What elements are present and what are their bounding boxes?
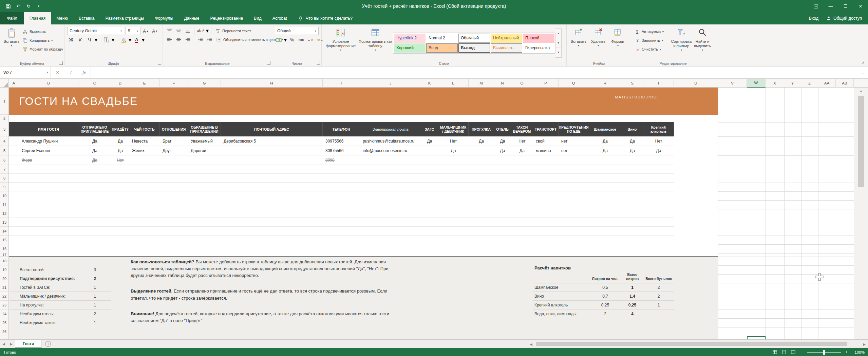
table-header-cell[interactable]: ТЕЛЕФОН: [323, 122, 360, 136]
row-header-24[interactable]: 24: [0, 310, 9, 318]
guest-cell[interactable]: Нет: [511, 136, 533, 146]
guest-cell[interactable]: Да: [511, 146, 533, 155]
column-header-M[interactable]: M: [469, 79, 494, 88]
table-header-cell[interactable]: ЗАГС: [421, 122, 438, 136]
guest-cell[interactable]: Да: [469, 136, 494, 146]
row-header-6[interactable]: 6: [0, 155, 9, 165]
cell-style-chip[interactable]: Обычный: [458, 34, 490, 43]
orientation-dropdown-icon[interactable]: ▾: [206, 27, 209, 34]
guest-cell[interactable]: Да: [438, 146, 469, 155]
guest-cell[interactable]: Да: [643, 146, 674, 155]
column-header-J[interactable]: J: [360, 79, 421, 88]
increase-decimal-button[interactable]: ←.0: [306, 36, 314, 44]
increase-indent-icon[interactable]: [206, 36, 213, 43]
summary-row[interactable]: Мальчишник / девичник:1: [10, 292, 111, 301]
normal-view-icon[interactable]: [772, 349, 778, 355]
column-header-R[interactable]: R: [589, 79, 621, 88]
row-header-1[interactable]: 1: [0, 88, 9, 115]
underline-dropdown-icon[interactable]: ▾: [95, 37, 97, 43]
new-sheet-button[interactable]: +: [45, 341, 51, 347]
table-header-cell[interactable]: Вино: [621, 122, 643, 136]
orientation-button[interactable]: ab↗: [197, 27, 205, 35]
ribbon-tab-5[interactable]: Формулы: [149, 12, 178, 24]
column-header-I[interactable]: I: [323, 79, 360, 88]
cell-style-chip[interactable]: Вычислен...: [491, 43, 522, 53]
guest-cell[interactable]: info@museum-esenin.ru: [360, 146, 421, 155]
gallery-down-icon[interactable]: ▼: [555, 38, 561, 48]
row-header-14[interactable]: 14: [0, 227, 9, 236]
table-header-cell[interactable]: ОТНОШЕНИЯ: [160, 122, 188, 136]
guest-cell[interactable]: Да: [621, 146, 643, 155]
wrap-text-button[interactable]: Перенести текст: [214, 27, 252, 35]
select-all-corner[interactable]: [0, 79, 9, 88]
guest-cell[interactable]: Нет: [643, 136, 674, 146]
cancel-entry-icon[interactable]: ✕: [56, 70, 59, 75]
column-header-K[interactable]: K: [421, 79, 438, 88]
banner-merged-cell[interactable]: ГОСТИ НА СВАДЬБЕMATISSTUDIO.PRO: [9, 88, 718, 115]
table-header-cell[interactable]: ЧЕЙ ГОСТЬ: [129, 122, 160, 136]
align-bottom-icon[interactable]: [184, 27, 192, 35]
formula-input[interactable]: [91, 67, 858, 78]
number-dialog-launcher-icon[interactable]: [317, 61, 320, 65]
guest-cell[interactable]: Да: [78, 146, 111, 155]
redo-icon[interactable]: ↻: [26, 3, 31, 9]
row-header-27[interactable]: [0, 336, 9, 339]
empty-table-row[interactable]: [9, 236, 674, 244]
guest-cell[interactable]: Брат: [160, 136, 188, 146]
autosum-button[interactable]: ∑ Автосумма ▾: [633, 28, 671, 35]
cell-style-chip[interactable]: Ввод: [426, 43, 458, 53]
guest-cell[interactable]: Нет: [438, 136, 469, 146]
row-header-18[interactable]: 18: [0, 257, 9, 265]
row-header-9[interactable]: 9: [0, 183, 9, 191]
row-header-17[interactable]: 17: [0, 253, 9, 257]
guest-cell[interactable]: Дерибасовская 5: [221, 136, 323, 146]
share-button[interactable]: Общий доступ: [826, 16, 862, 21]
drinks-row[interactable]: Крепкий алкоголь0,250,251: [533, 301, 674, 310]
guest-cell[interactable]: Нет: [111, 155, 129, 165]
zoom-slider-thumb[interactable]: [823, 350, 825, 355]
row-header-11[interactable]: 11: [0, 200, 9, 209]
shrink-font-button[interactable]: А▼: [151, 27, 159, 35]
sheet-nav-right-icon[interactable]: ▶: [7, 342, 15, 346]
sort-filter-button[interactable]: Сортировка и фильтр ▾: [671, 26, 692, 60]
paste-button[interactable]: Вставить ▾: [2, 26, 21, 60]
scroll-left-icon[interactable]: ◀: [528, 342, 534, 346]
row-header-3[interactable]: 3: [0, 122, 9, 136]
zoom-in-button[interactable]: +: [844, 350, 848, 355]
align-right-icon[interactable]: [184, 36, 192, 43]
zoom-level[interactable]: 100%: [852, 350, 865, 354]
vertical-scrollbar[interactable]: ▲: [854, 88, 868, 339]
tell-me[interactable]: Что вы хотите сделать?: [293, 12, 358, 24]
empty-table-row[interactable]: [9, 183, 674, 191]
clear-button[interactable]: Очистить ▾: [633, 45, 671, 53]
drinks-table[interactable]: Расчёт напитковЛитров на чел.Всего литро…: [533, 257, 674, 318]
ribbon-tab-7[interactable]: Рецензирование: [205, 12, 249, 24]
guest-cell[interactable]: нет: [559, 146, 589, 155]
table-header-cell[interactable]: ПОЧТОВЫЙ АДРЕС: [221, 122, 323, 136]
italic-button[interactable]: К: [76, 36, 84, 44]
column-header-B[interactable]: B: [19, 79, 78, 88]
table-header-cell[interactable]: ТРАНСПОРТ: [533, 122, 559, 136]
undo-icon[interactable]: ↶: [16, 3, 21, 9]
empty-table-row[interactable]: [9, 218, 674, 227]
row-header-19[interactable]: 19: [0, 265, 9, 274]
font-color-button[interactable]: А: [133, 36, 140, 44]
format-as-table-button[interactable]: Форматировать как таблицу ▾: [358, 26, 393, 60]
ribbon-tab-2[interactable]: Меню: [51, 12, 73, 24]
accounting-dropdown-icon[interactable]: ▾: [284, 37, 287, 43]
row-header-13[interactable]: 13: [0, 218, 9, 227]
column-header-N[interactable]: N: [494, 79, 511, 88]
row-header-20[interactable]: 20: [0, 274, 9, 283]
percent-style-button[interactable]: %: [288, 36, 296, 44]
column-header-F[interactable]: F: [160, 79, 188, 88]
guest-cell[interactable]: Дорогой: [188, 146, 221, 155]
guest-cell[interactable]: Да: [589, 146, 621, 155]
horizontal-scroll-thumb[interactable]: [536, 342, 847, 346]
guest-cell[interactable]: 8098: [323, 155, 360, 165]
cell-style-chip[interactable]: Normal 2: [426, 34, 458, 43]
row-header-23[interactable]: 23: [0, 301, 9, 310]
empty-table-row[interactable]: [9, 200, 674, 209]
row-header-22[interactable]: 22: [0, 292, 9, 301]
horizontal-scrollbar[interactable]: ◀ ▶: [528, 341, 867, 347]
column-header-P[interactable]: P: [533, 79, 559, 88]
